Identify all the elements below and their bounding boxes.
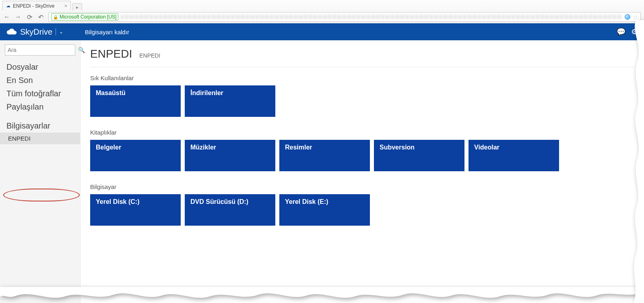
tile-local-disk-c[interactable]: Yerel Disk (C:) (90, 194, 181, 226)
tile-videos[interactable]: Videolar (469, 140, 559, 171)
sidebar-heading-computers[interactable]: Bilgisayarlar (0, 119, 80, 133)
section-title-libraries: Kitaplıklar (90, 129, 634, 136)
brand-separator (56, 28, 56, 35)
sidebar-item-photos[interactable]: Tüm fotoğraflar (0, 87, 80, 100)
new-tab-button[interactable]: ▸ (72, 3, 82, 10)
ssl-label: Microsoft Corporation [US] (60, 14, 116, 20)
bookmark-icon[interactable]: ☆ (633, 14, 638, 20)
skydrive-cloud-icon (6, 28, 17, 35)
tile-documents[interactable]: Belgeler (90, 140, 181, 171)
tile-subversion[interactable]: Subversion (374, 140, 464, 171)
sidebar-item-recent[interactable]: En Son (0, 74, 80, 87)
page-action-icon[interactable] (625, 14, 630, 20)
remove-computer-button[interactable]: Bilgisayarı kaldır (85, 29, 129, 35)
sidebar-item-shared[interactable]: Paylaşılan (0, 100, 80, 114)
undo-icon[interactable]: ↶ (37, 13, 44, 21)
breadcrumb: ENPEDI ENPEDI (90, 48, 634, 67)
browser-tabbar: ☁ ENPEDI - SkyDrive × ▸ (0, 0, 644, 10)
app-body: 🔍 Dosyalar En Son Tüm fotoğraflar Paylaş… (0, 40, 644, 303)
browser-chrome: ☁ ENPEDI - SkyDrive × ▸ ← → ⟳ ↶ 🔒 Micros… (0, 0, 644, 23)
section-title-computer: Bilgisayar (90, 183, 634, 190)
search-box[interactable]: 🔍 (5, 44, 75, 56)
tile-pictures[interactable]: Resimler (279, 140, 370, 171)
sidebar: 🔍 Dosyalar En Son Tüm fotoğraflar Paylaş… (0, 40, 80, 303)
chevron-down-icon[interactable]: ⌄ (59, 29, 63, 35)
url-blurred (121, 15, 622, 19)
tiles-computer: Yerel Disk (C:) DVD Sürücüsü (D:) Yerel … (90, 194, 634, 226)
app-header: SkyDrive ⌄ Bilgisayarı kaldır 💬 ⚙ (0, 23, 644, 40)
tile-local-disk-e[interactable]: Yerel Disk (E:) (279, 194, 370, 226)
forward-icon[interactable]: → (14, 13, 22, 21)
tile-downloads[interactable]: İndirilenler (185, 85, 275, 117)
lock-icon: 🔒 (53, 15, 58, 19)
main-content: ENPEDI ENPEDI Sık Kullanılanlar Masaüstü… (80, 40, 644, 303)
close-icon[interactable]: × (64, 3, 67, 9)
addr-indicators: ☆ (625, 14, 638, 20)
search-input[interactable] (8, 47, 78, 53)
brand-text: SkyDrive (20, 27, 52, 37)
tab-title: ENPEDI - SkyDrive (13, 3, 54, 9)
sidebar-item-computer-enpedi[interactable]: ENPEDI (0, 133, 80, 144)
gear-icon[interactable]: ⚙ (631, 27, 638, 36)
ssl-badge[interactable]: 🔒 Microsoft Corporation [US] (51, 13, 118, 21)
tile-music[interactable]: Müzikler (185, 140, 275, 171)
tiles-favorites: Masaüstü İndirilenler (90, 85, 634, 117)
browser-toolbar: ← → ⟳ ↶ 🔒 Microsoft Corporation [US] ☆ (0, 10, 644, 23)
page-subtitle: ENPEDI (139, 52, 160, 59)
section-title-favorites: Sık Kullanılanlar (90, 75, 634, 81)
page-title: ENPEDI (90, 48, 132, 60)
brand[interactable]: SkyDrive ⌄ (6, 27, 63, 37)
sidebar-item-files[interactable]: Dosyalar (0, 60, 80, 74)
chat-icon[interactable]: 💬 (617, 27, 625, 36)
cloud-icon: ☁ (6, 3, 10, 8)
tile-dvd-d[interactable]: DVD Sürücüsü (D:) (185, 194, 275, 226)
reload-icon[interactable]: ⟳ (26, 13, 33, 21)
address-bar[interactable]: 🔒 Microsoft Corporation [US] ☆ (48, 12, 641, 22)
annotation-highlight-oval (3, 189, 80, 201)
tile-desktop[interactable]: Masaüstü (90, 85, 181, 117)
browser-tab[interactable]: ☁ ENPEDI - SkyDrive × (2, 1, 71, 10)
back-icon[interactable]: ← (3, 13, 10, 21)
tiles-libraries: Belgeler Müzikler Resimler Subversion Vi… (90, 140, 634, 171)
